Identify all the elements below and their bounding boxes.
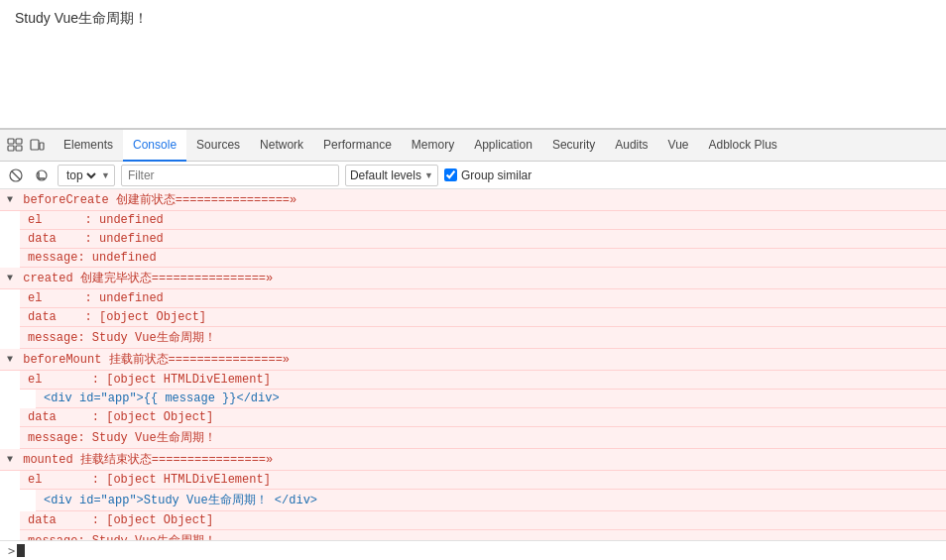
console-line: message: Study Vue生命周期！ bbox=[20, 427, 946, 449]
svg-rect-4 bbox=[31, 140, 39, 150]
console-prompt-icon: > bbox=[8, 544, 15, 558]
console-line: el : [object HTMLDivElement] bbox=[20, 371, 946, 390]
console-line: message: Study Vue生命周期！ bbox=[20, 327, 946, 349]
svg-rect-5 bbox=[40, 143, 44, 150]
tab-security[interactable]: Security bbox=[542, 130, 605, 162]
clear-console-icon[interactable] bbox=[6, 166, 26, 185]
expand-mounted-icon[interactable] bbox=[4, 454, 16, 466]
console-line: data : undefined bbox=[20, 230, 946, 249]
device-toolbar-icon[interactable] bbox=[26, 135, 48, 157]
tab-adblock[interactable]: Adblock Plus bbox=[699, 130, 787, 162]
page-content: Study Vue生命周期！ bbox=[0, 0, 946, 129]
svg-rect-3 bbox=[16, 146, 22, 151]
tab-memory[interactable]: Memory bbox=[402, 130, 464, 162]
default-levels-selector[interactable]: Default levels ▼ bbox=[345, 165, 438, 186]
stop-recording-icon[interactable] bbox=[32, 166, 52, 185]
console-line: data : [object Object] bbox=[20, 308, 946, 327]
tab-network[interactable]: Network bbox=[250, 130, 313, 162]
filter-input[interactable] bbox=[121, 165, 339, 186]
console-line: el : undefined bbox=[20, 211, 946, 230]
console-line: el : undefined bbox=[20, 289, 946, 308]
tab-audits[interactable]: Audits bbox=[605, 130, 657, 162]
context-select[interactable]: top bbox=[62, 168, 99, 183]
tab-elements[interactable]: Elements bbox=[54, 130, 123, 162]
svg-rect-0 bbox=[8, 139, 14, 144]
tab-console[interactable]: Console bbox=[123, 130, 186, 162]
devtools-panel: Elements Console Sources Network Perform… bbox=[0, 129, 946, 560]
console-line: <div id="app">{{ message }}</div> bbox=[36, 390, 946, 408]
main-page: Study Vue生命周期！ bbox=[0, 0, 946, 560]
console-line: data : [object Object] bbox=[20, 408, 946, 427]
tab-vue[interactable]: Vue bbox=[658, 130, 699, 162]
tab-icons bbox=[4, 135, 48, 157]
group-header-mounted: mounted 挂载结束状态================» bbox=[0, 449, 946, 471]
expand-created-icon[interactable] bbox=[4, 273, 16, 284]
devtools-toolbar: top ▼ Default levels ▼ Group similar bbox=[0, 162, 946, 189]
console-line: data : [object Object] bbox=[20, 511, 946, 530]
tab-performance[interactable]: Performance bbox=[313, 130, 402, 162]
group-header-beforeCreate: beforeCreate 创建前状态================» bbox=[0, 189, 946, 211]
group-similar-checkbox-label[interactable]: Group similar bbox=[444, 168, 532, 182]
context-selector[interactable]: top ▼ bbox=[58, 165, 115, 186]
devtools-tabs: Elements Console Sources Network Perform… bbox=[0, 130, 946, 162]
console-line: <div id="app">Study Vue生命周期！ </div> bbox=[36, 490, 946, 511]
console-line: el : [object HTMLDivElement] bbox=[20, 471, 946, 490]
tab-application[interactable]: Application bbox=[464, 130, 542, 162]
svg-line-7 bbox=[12, 171, 20, 179]
group-header-beforeMount: beforeMount 挂载前状态================» bbox=[0, 349, 946, 371]
console-input-bar: > bbox=[0, 540, 946, 560]
tab-sources[interactable]: Sources bbox=[186, 130, 250, 162]
group-similar-checkbox[interactable] bbox=[444, 168, 457, 181]
console-output: beforeCreate 创建前状态================» el :… bbox=[0, 189, 946, 540]
console-line: message: undefined bbox=[20, 249, 946, 268]
console-line: message: Study Vue生命周期！ bbox=[20, 530, 946, 540]
svg-rect-2 bbox=[8, 146, 14, 151]
inspect-element-icon[interactable] bbox=[4, 135, 26, 157]
expand-beforeMount-icon[interactable] bbox=[4, 354, 16, 366]
page-title: Study Vue生命周期！ bbox=[15, 10, 148, 26]
group-header-created: created 创建完毕状态================» bbox=[0, 268, 946, 289]
cursor-caret bbox=[17, 544, 25, 557]
expand-beforeCreate-icon[interactable] bbox=[4, 194, 16, 206]
svg-rect-1 bbox=[16, 139, 22, 144]
